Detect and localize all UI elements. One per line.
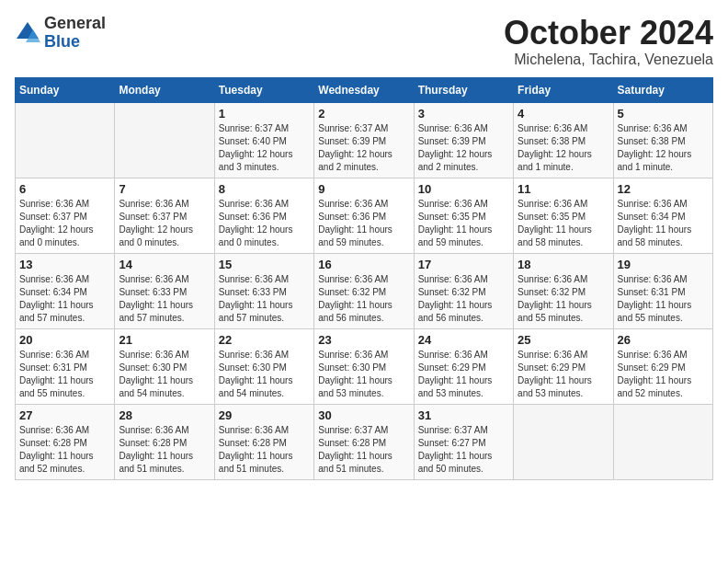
day-info: Sunrise: 6:36 AM Sunset: 6:28 PM Dayligh… xyxy=(19,424,110,476)
calendar-cell: 11Sunrise: 6:36 AM Sunset: 6:35 PM Dayli… xyxy=(514,178,613,253)
day-info: Sunrise: 6:36 AM Sunset: 6:30 PM Dayligh… xyxy=(119,349,210,400)
day-info: Sunrise: 6:36 AM Sunset: 6:34 PM Dayligh… xyxy=(19,273,110,325)
day-number: 30 xyxy=(318,408,409,422)
day-number: 25 xyxy=(518,333,609,347)
calendar-cell: 9Sunrise: 6:36 AM Sunset: 6:36 PM Daylig… xyxy=(314,178,414,253)
day-header-wednesday: Wednesday xyxy=(314,77,414,102)
day-number: 22 xyxy=(219,333,310,347)
calendar-cell: 28Sunrise: 6:36 AM Sunset: 6:28 PM Dayli… xyxy=(115,404,214,479)
day-number: 10 xyxy=(418,182,509,196)
calendar-cell: 25Sunrise: 6:36 AM Sunset: 6:29 PM Dayli… xyxy=(514,328,613,404)
logo-general: General xyxy=(44,15,106,33)
day-info: Sunrise: 6:36 AM Sunset: 6:33 PM Dayligh… xyxy=(119,273,210,325)
calendar-cell: 7Sunrise: 6:36 AM Sunset: 6:37 PM Daylig… xyxy=(115,178,214,253)
calendar-cell: 23Sunrise: 6:36 AM Sunset: 6:30 PM Dayli… xyxy=(314,328,414,404)
day-number: 8 xyxy=(219,182,310,196)
day-header-friday: Friday xyxy=(514,77,613,102)
calendar-cell: 8Sunrise: 6:36 AM Sunset: 6:36 PM Daylig… xyxy=(214,178,313,253)
day-number: 14 xyxy=(119,258,210,271)
day-number: 27 xyxy=(19,408,110,422)
day-info: Sunrise: 6:36 AM Sunset: 6:31 PM Dayligh… xyxy=(618,273,709,325)
week-row-1: 1Sunrise: 6:37 AM Sunset: 6:40 PM Daylig… xyxy=(16,102,713,178)
day-info: Sunrise: 6:36 AM Sunset: 6:32 PM Dayligh… xyxy=(318,273,409,325)
day-info: Sunrise: 6:36 AM Sunset: 6:32 PM Dayligh… xyxy=(518,273,609,325)
logo-icon xyxy=(15,20,40,46)
day-header-sunday: Sunday xyxy=(16,77,115,102)
day-header-thursday: Thursday xyxy=(414,77,513,102)
day-number: 7 xyxy=(119,182,210,196)
calendar-cell: 2Sunrise: 6:37 AM Sunset: 6:39 PM Daylig… xyxy=(314,102,414,178)
calendar-cell: 20Sunrise: 6:36 AM Sunset: 6:31 PM Dayli… xyxy=(16,328,115,404)
calendar-cell: 5Sunrise: 6:36 AM Sunset: 6:38 PM Daylig… xyxy=(613,102,712,178)
day-number: 1 xyxy=(219,107,310,121)
day-number: 24 xyxy=(418,333,509,347)
calendar-cell: 27Sunrise: 6:36 AM Sunset: 6:28 PM Dayli… xyxy=(16,404,115,479)
calendar-cell: 12Sunrise: 6:36 AM Sunset: 6:34 PM Dayli… xyxy=(613,178,712,253)
day-info: Sunrise: 6:36 AM Sunset: 6:35 PM Dayligh… xyxy=(518,198,609,249)
day-number: 11 xyxy=(518,182,609,196)
week-row-2: 6Sunrise: 6:36 AM Sunset: 6:37 PM Daylig… xyxy=(16,178,713,253)
day-info: Sunrise: 6:36 AM Sunset: 6:38 PM Dayligh… xyxy=(618,122,709,174)
day-number: 5 xyxy=(618,107,709,121)
page-header: General Blue October 2024 Michelena, Tac… xyxy=(15,15,713,68)
day-info: Sunrise: 6:36 AM Sunset: 6:29 PM Dayligh… xyxy=(518,349,609,400)
day-info: Sunrise: 6:37 AM Sunset: 6:27 PM Dayligh… xyxy=(418,424,509,476)
calendar-cell xyxy=(16,102,115,178)
calendar-cell: 18Sunrise: 6:36 AM Sunset: 6:32 PM Dayli… xyxy=(514,253,613,328)
calendar-cell: 4Sunrise: 6:36 AM Sunset: 6:38 PM Daylig… xyxy=(514,102,613,178)
day-info: Sunrise: 6:36 AM Sunset: 6:37 PM Dayligh… xyxy=(19,198,110,249)
logo-text: General Blue xyxy=(44,15,106,52)
calendar-cell: 17Sunrise: 6:36 AM Sunset: 6:32 PM Dayli… xyxy=(414,253,513,328)
day-header-monday: Monday xyxy=(115,77,214,102)
day-info: Sunrise: 6:36 AM Sunset: 6:33 PM Dayligh… xyxy=(219,273,310,325)
day-number: 6 xyxy=(19,182,110,196)
day-number: 17 xyxy=(418,258,509,271)
day-header-row: SundayMondayTuesdayWednesdayThursdayFrid… xyxy=(16,77,713,102)
logo-blue: Blue xyxy=(44,33,106,52)
week-row-5: 27Sunrise: 6:36 AM Sunset: 6:28 PM Dayli… xyxy=(16,404,713,479)
calendar-cell: 19Sunrise: 6:36 AM Sunset: 6:31 PM Dayli… xyxy=(613,253,712,328)
calendar-table: SundayMondayTuesdayWednesdayThursdayFrid… xyxy=(15,77,713,480)
calendar-cell: 21Sunrise: 6:36 AM Sunset: 6:30 PM Dayli… xyxy=(115,328,214,404)
day-number: 3 xyxy=(418,107,509,121)
calendar-cell: 10Sunrise: 6:36 AM Sunset: 6:35 PM Dayli… xyxy=(414,178,513,253)
day-number: 9 xyxy=(318,182,409,196)
day-number: 31 xyxy=(418,408,509,422)
day-number: 12 xyxy=(618,182,709,196)
day-number: 19 xyxy=(618,258,709,271)
day-info: Sunrise: 6:36 AM Sunset: 6:35 PM Dayligh… xyxy=(418,198,509,249)
day-info: Sunrise: 6:37 AM Sunset: 6:40 PM Dayligh… xyxy=(219,122,310,174)
day-info: Sunrise: 6:36 AM Sunset: 6:37 PM Dayligh… xyxy=(119,198,210,249)
title-block: October 2024 Michelena, Tachira, Venezue… xyxy=(504,15,713,68)
day-number: 18 xyxy=(518,258,609,271)
calendar-cell xyxy=(613,404,712,479)
day-number: 21 xyxy=(119,333,210,347)
day-info: Sunrise: 6:36 AM Sunset: 6:28 PM Dayligh… xyxy=(219,424,310,476)
calendar-cell: 6Sunrise: 6:36 AM Sunset: 6:37 PM Daylig… xyxy=(16,178,115,253)
calendar-cell: 13Sunrise: 6:36 AM Sunset: 6:34 PM Dayli… xyxy=(16,253,115,328)
day-info: Sunrise: 6:36 AM Sunset: 6:38 PM Dayligh… xyxy=(518,122,609,174)
day-info: Sunrise: 6:36 AM Sunset: 6:30 PM Dayligh… xyxy=(318,349,409,400)
day-info: Sunrise: 6:36 AM Sunset: 6:39 PM Dayligh… xyxy=(418,122,509,174)
day-number: 29 xyxy=(219,408,310,422)
calendar-cell: 26Sunrise: 6:36 AM Sunset: 6:29 PM Dayli… xyxy=(613,328,712,404)
calendar-cell: 22Sunrise: 6:36 AM Sunset: 6:30 PM Dayli… xyxy=(214,328,313,404)
day-number: 16 xyxy=(318,258,409,271)
day-number: 23 xyxy=(318,333,409,347)
month-title: October 2024 xyxy=(504,15,713,52)
day-number: 26 xyxy=(618,333,709,347)
day-number: 15 xyxy=(219,258,310,271)
day-info: Sunrise: 6:36 AM Sunset: 6:31 PM Dayligh… xyxy=(19,349,110,400)
week-row-4: 20Sunrise: 6:36 AM Sunset: 6:31 PM Dayli… xyxy=(16,328,713,404)
calendar-cell: 3Sunrise: 6:36 AM Sunset: 6:39 PM Daylig… xyxy=(414,102,513,178)
day-info: Sunrise: 6:36 AM Sunset: 6:29 PM Dayligh… xyxy=(618,349,709,400)
calendar-cell: 16Sunrise: 6:36 AM Sunset: 6:32 PM Dayli… xyxy=(314,253,414,328)
location: Michelena, Tachira, Venezuela xyxy=(504,52,713,68)
week-row-3: 13Sunrise: 6:36 AM Sunset: 6:34 PM Dayli… xyxy=(16,253,713,328)
day-info: Sunrise: 6:36 AM Sunset: 6:30 PM Dayligh… xyxy=(219,349,310,400)
day-info: Sunrise: 6:36 AM Sunset: 6:34 PM Dayligh… xyxy=(618,198,709,249)
day-number: 4 xyxy=(518,107,609,121)
calendar-cell: 30Sunrise: 6:37 AM Sunset: 6:28 PM Dayli… xyxy=(314,404,414,479)
calendar-cell: 15Sunrise: 6:36 AM Sunset: 6:33 PM Dayli… xyxy=(214,253,313,328)
day-info: Sunrise: 6:36 AM Sunset: 6:36 PM Dayligh… xyxy=(219,198,310,249)
